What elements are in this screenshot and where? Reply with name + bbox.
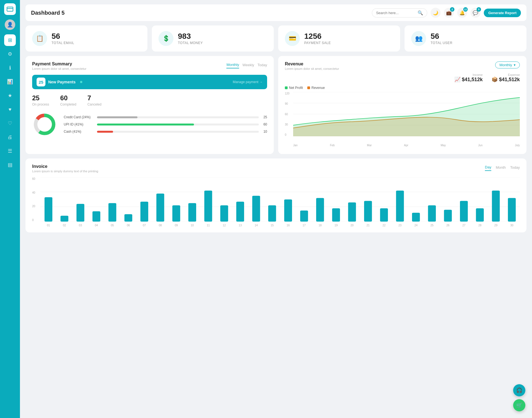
on-process-number: 25: [32, 94, 49, 102]
bar-x-labels: 0102030405060708091011121314151617181920…: [40, 223, 520, 227]
x-label-apr: Apr: [404, 144, 408, 147]
completed-label: Completed: [60, 102, 76, 106]
payment-summary-card: Payment Summary Lorem ipsum dolor sit am…: [25, 56, 274, 154]
y-label-60: 60: [285, 113, 293, 116]
bar-23: [396, 191, 404, 222]
progress-val-cc: 25: [262, 115, 267, 119]
generate-report-button[interactable]: Generate Report: [484, 9, 521, 17]
header: Dashboard 5 🔍 🌙 💼 2 🔔 12 💬 5 Generate Re…: [25, 4, 526, 21]
tab-weekly[interactable]: Weekly: [242, 62, 254, 68]
bar-12: [220, 205, 228, 222]
sidebar-item-heart2[interactable]: ♡: [4, 117, 16, 129]
sidebar-item-star[interactable]: ★: [4, 90, 16, 101]
sidebar-item-menu[interactable]: ☰: [4, 145, 16, 157]
chat-icon-btn[interactable]: 💬 5: [470, 8, 480, 18]
cart-fab[interactable]: 🛒: [513, 399, 525, 411]
invoice-tabs: Day Month Today: [485, 164, 520, 171]
tab-today[interactable]: Today: [257, 62, 267, 68]
bar-y-labels: 60 40 20 0: [32, 177, 35, 222]
legend-net-profit: Net Profit: [285, 86, 303, 90]
sidebar-logo[interactable]: [4, 3, 16, 15]
x-label-13: 13: [232, 224, 248, 227]
user-avatar[interactable]: 👤: [5, 19, 15, 30]
bell-icon-btn[interactable]: 🔔 12: [457, 8, 467, 18]
x-label-12: 12: [216, 224, 232, 227]
bar-8: [156, 194, 164, 222]
bar-20: [348, 202, 356, 222]
header-actions: 🔍 🌙 💼 2 🔔 12 💬 5 Generate Report: [372, 8, 521, 18]
sidebar-item-settings[interactable]: ⚙: [4, 48, 16, 60]
x-label-02: 02: [57, 224, 73, 227]
wallet-icon-btn[interactable]: 💼 2: [444, 8, 454, 18]
revenue-card: Revenue Lorem ipsum dolor sit amet, cons…: [278, 56, 526, 154]
sidebar-item-dashboard[interactable]: ⊞: [4, 34, 16, 46]
donut-row: Credit Card (24%) 25 UPI ID (41%) 60: [32, 112, 267, 137]
inv-tab-day[interactable]: Day: [485, 164, 491, 171]
stat-email-number: 56: [52, 32, 74, 41]
bar-9: [172, 205, 180, 222]
support-fab[interactable]: 🎧: [513, 384, 525, 396]
search-icon: 🔍: [418, 10, 423, 16]
revenue-dot: [307, 86, 310, 89]
payment-tabs: Monthly Weekly Today: [226, 61, 267, 68]
income-label: Income: [454, 73, 483, 76]
bar-y-0: 0: [32, 219, 35, 222]
legend-revenue: Revenue: [307, 86, 325, 90]
np-dot-indicator: [80, 81, 82, 83]
bar-2: [60, 216, 68, 222]
progress-bar-cash: [97, 131, 113, 133]
sidebar-item-info[interactable]: ℹ: [4, 62, 16, 74]
y-label-120: 120: [285, 92, 293, 95]
bar-y-20: 20: [32, 205, 35, 208]
bar-y-60: 60: [32, 177, 35, 180]
bar-15: [268, 205, 276, 222]
inv-tab-month[interactable]: Month: [496, 164, 506, 171]
payment-stats: 25 On process 60 Completed 7 Canceled: [32, 94, 267, 106]
email-icon: 📋: [32, 31, 47, 46]
sidebar-item-chart[interactable]: 📊: [4, 76, 16, 88]
revenue-subtitle: Lorem ipsum dolor sit amet, consectetur: [285, 67, 339, 70]
search-box[interactable]: 🔍: [372, 8, 427, 17]
sidebar-item-heart1[interactable]: ♥: [4, 104, 16, 115]
stat-card-money: 💲 983 TOTAL MONEY: [152, 25, 274, 52]
stat-completed: 60 Completed: [60, 94, 76, 106]
progress-bar-wrap-cash: [97, 131, 259, 133]
search-input[interactable]: [376, 11, 415, 15]
bar-1: [45, 197, 52, 222]
y-label-0: 0: [285, 133, 293, 136]
income-icon: 📈: [454, 77, 461, 82]
x-label-07: 07: [136, 224, 152, 227]
net-profit-label: Net Profit: [289, 86, 303, 90]
invoice-header: Invoice Lorem ipsum is simply dummy text…: [32, 164, 520, 173]
x-label-may: May: [441, 144, 446, 147]
expense-item: Expense 📦 $41,512k: [492, 73, 520, 83]
x-label-25: 25: [424, 224, 440, 227]
expense-amount: 📦 $41,512k: [492, 76, 520, 83]
bar-5: [108, 203, 116, 222]
inv-tab-today[interactable]: Today: [510, 164, 520, 171]
sidebar-item-list[interactable]: ▤: [4, 159, 16, 171]
page-title: Dashboard 5: [31, 10, 65, 16]
revenue-dropdown[interactable]: Monthly ▾: [495, 61, 520, 68]
theme-toggle-btn[interactable]: 🌙: [431, 8, 441, 18]
revenue-svg: [293, 92, 520, 136]
x-label-03: 03: [72, 224, 88, 227]
x-label-16: 16: [280, 224, 296, 227]
progress-item-cc: Credit Card (24%) 25: [64, 115, 267, 119]
payment-icon: 💳: [285, 31, 300, 46]
x-label-jan: Jan: [293, 144, 298, 147]
x-label-23: 23: [392, 224, 408, 227]
x-label-19: 19: [328, 224, 344, 227]
x-label-17: 17: [296, 224, 312, 227]
stat-money-number: 983: [178, 32, 203, 41]
bar-11: [204, 191, 212, 222]
x-label-24: 24: [408, 224, 424, 227]
tab-monthly[interactable]: Monthly: [226, 61, 239, 68]
invoice-chart-wrap: 60 40 20 0 01020304050607080910111213141…: [32, 177, 520, 227]
manage-payment-link[interactable]: Manage payment →: [233, 80, 263, 84]
x-label-july: July: [515, 144, 520, 147]
sidebar-item-printer[interactable]: 🖨: [4, 131, 16, 143]
x-label-29: 29: [488, 224, 504, 227]
income-amount: 📈 $41,512k: [454, 76, 483, 83]
payment-summary-header: Payment Summary Lorem ipsum dolor sit am…: [32, 61, 267, 70]
